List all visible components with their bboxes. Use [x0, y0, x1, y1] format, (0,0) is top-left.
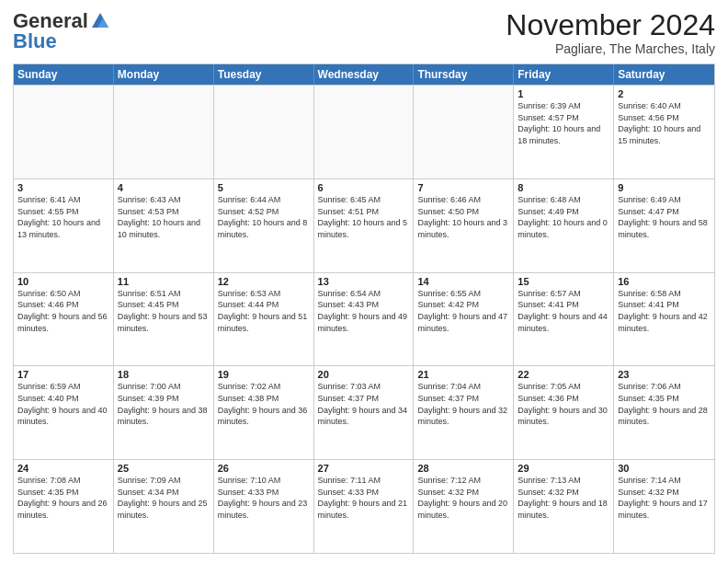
day-number: 6	[318, 182, 410, 193]
day-info: Sunrise: 6:57 AM Sunset: 4:41 PM Dayligh…	[518, 288, 609, 334]
calendar-cell: 21Sunrise: 7:04 AM Sunset: 4:37 PM Dayli…	[414, 366, 514, 459]
day-number: 10	[17, 276, 109, 287]
calendar-cell	[114, 86, 214, 178]
subtitle: Pagliare, The Marches, Italy	[506, 41, 715, 56]
calendar-cell: 4Sunrise: 6:43 AM Sunset: 4:53 PM Daylig…	[114, 179, 214, 272]
calendar-cell: 7Sunrise: 6:46 AM Sunset: 4:50 PM Daylig…	[414, 179, 514, 272]
day-info: Sunrise: 6:51 AM Sunset: 4:45 PM Dayligh…	[118, 288, 210, 334]
calendar-header-cell: Monday	[114, 64, 214, 85]
day-info: Sunrise: 6:55 AM Sunset: 4:42 PM Dayligh…	[417, 288, 509, 334]
calendar-cell: 8Sunrise: 6:48 AM Sunset: 4:49 PM Daylig…	[514, 179, 614, 272]
day-info: Sunrise: 6:39 AM Sunset: 4:57 PM Dayligh…	[518, 100, 609, 146]
calendar-body: 1Sunrise: 6:39 AM Sunset: 4:57 PM Daylig…	[14, 85, 714, 553]
calendar-header-cell: Thursday	[414, 64, 514, 85]
day-number: 17	[17, 369, 109, 380]
day-info: Sunrise: 6:58 AM Sunset: 4:41 PM Dayligh…	[618, 288, 711, 334]
day-info: Sunrise: 6:54 AM Sunset: 4:43 PM Dayligh…	[318, 288, 410, 334]
day-number: 9	[618, 182, 711, 193]
calendar-cell	[414, 86, 514, 178]
calendar-cell: 3Sunrise: 6:41 AM Sunset: 4:55 PM Daylig…	[14, 179, 114, 272]
day-info: Sunrise: 7:00 AM Sunset: 4:39 PM Dayligh…	[118, 381, 210, 427]
calendar-row: 10Sunrise: 6:50 AM Sunset: 4:46 PM Dayli…	[14, 272, 714, 366]
day-number: 25	[118, 463, 210, 474]
logo: General Blue	[13, 9, 110, 53]
calendar-cell: 23Sunrise: 7:06 AM Sunset: 4:35 PM Dayli…	[614, 366, 714, 459]
calendar-cell: 10Sunrise: 6:50 AM Sunset: 4:46 PM Dayli…	[14, 273, 114, 366]
day-number: 13	[318, 276, 410, 287]
calendar-cell: 20Sunrise: 7:03 AM Sunset: 4:37 PM Dayli…	[314, 366, 415, 459]
calendar-cell: 27Sunrise: 7:11 AM Sunset: 4:33 PM Dayli…	[314, 460, 415, 553]
day-info: Sunrise: 7:09 AM Sunset: 4:34 PM Dayligh…	[118, 475, 210, 521]
day-number: 21	[417, 369, 509, 380]
calendar-cell: 9Sunrise: 6:49 AM Sunset: 4:47 PM Daylig…	[614, 179, 714, 272]
calendar-header-cell: Sunday	[14, 64, 114, 85]
day-info: Sunrise: 6:50 AM Sunset: 4:46 PM Dayligh…	[17, 288, 109, 334]
calendar-cell: 5Sunrise: 6:44 AM Sunset: 4:52 PM Daylig…	[214, 179, 314, 272]
calendar-row: 17Sunrise: 6:59 AM Sunset: 4:40 PM Dayli…	[14, 365, 714, 459]
day-info: Sunrise: 7:02 AM Sunset: 4:38 PM Dayligh…	[218, 381, 310, 427]
logo-icon	[90, 11, 110, 31]
day-number: 5	[218, 182, 310, 193]
calendar-cell: 28Sunrise: 7:12 AM Sunset: 4:32 PM Dayli…	[414, 460, 514, 553]
day-info: Sunrise: 7:14 AM Sunset: 4:32 PM Dayligh…	[618, 475, 711, 521]
day-info: Sunrise: 7:08 AM Sunset: 4:35 PM Dayligh…	[17, 475, 109, 521]
day-number: 18	[118, 369, 210, 380]
calendar-cell: 26Sunrise: 7:10 AM Sunset: 4:33 PM Dayli…	[214, 460, 314, 553]
calendar: SundayMondayTuesdayWednesdayThursdayFrid…	[13, 63, 715, 554]
day-info: Sunrise: 7:04 AM Sunset: 4:37 PM Dayligh…	[417, 381, 509, 427]
day-number: 29	[518, 463, 609, 474]
calendar-cell	[214, 86, 314, 178]
day-number: 14	[417, 276, 509, 287]
day-info: Sunrise: 6:43 AM Sunset: 4:53 PM Dayligh…	[118, 194, 210, 240]
calendar-cell: 13Sunrise: 6:54 AM Sunset: 4:43 PM Dayli…	[314, 273, 415, 366]
day-info: Sunrise: 7:11 AM Sunset: 4:33 PM Dayligh…	[318, 475, 410, 521]
calendar-cell: 29Sunrise: 7:13 AM Sunset: 4:32 PM Dayli…	[514, 460, 614, 553]
day-info: Sunrise: 6:40 AM Sunset: 4:56 PM Dayligh…	[618, 100, 711, 146]
calendar-header-cell: Friday	[514, 64, 614, 85]
day-info: Sunrise: 7:13 AM Sunset: 4:32 PM Dayligh…	[518, 475, 609, 521]
day-number: 23	[618, 369, 711, 380]
day-info: Sunrise: 6:49 AM Sunset: 4:47 PM Dayligh…	[618, 194, 711, 240]
calendar-cell: 14Sunrise: 6:55 AM Sunset: 4:42 PM Dayli…	[414, 273, 514, 366]
day-number: 28	[417, 463, 509, 474]
calendar-cell: 6Sunrise: 6:45 AM Sunset: 4:51 PM Daylig…	[314, 179, 415, 272]
day-number: 24	[17, 463, 109, 474]
day-number: 27	[318, 463, 410, 474]
day-info: Sunrise: 6:59 AM Sunset: 4:40 PM Dayligh…	[17, 381, 109, 427]
day-number: 3	[17, 182, 109, 193]
day-info: Sunrise: 6:44 AM Sunset: 4:52 PM Dayligh…	[218, 194, 310, 240]
calendar-cell: 2Sunrise: 6:40 AM Sunset: 4:56 PM Daylig…	[614, 86, 714, 178]
day-number: 30	[618, 463, 711, 474]
day-number: 26	[218, 463, 310, 474]
calendar-cell: 25Sunrise: 7:09 AM Sunset: 4:34 PM Dayli…	[114, 460, 214, 553]
day-number: 1	[518, 88, 609, 99]
day-info: Sunrise: 6:41 AM Sunset: 4:55 PM Dayligh…	[17, 194, 109, 240]
calendar-cell	[14, 86, 114, 178]
day-number: 11	[118, 276, 210, 287]
day-info: Sunrise: 7:06 AM Sunset: 4:35 PM Dayligh…	[618, 381, 711, 427]
calendar-cell: 12Sunrise: 6:53 AM Sunset: 4:44 PM Dayli…	[214, 273, 314, 366]
day-number: 22	[518, 369, 609, 380]
day-number: 20	[318, 369, 410, 380]
day-info: Sunrise: 7:03 AM Sunset: 4:37 PM Dayligh…	[318, 381, 410, 427]
calendar-cell: 18Sunrise: 7:00 AM Sunset: 4:39 PM Dayli…	[114, 366, 214, 459]
calendar-header-cell: Tuesday	[214, 64, 314, 85]
day-info: Sunrise: 6:45 AM Sunset: 4:51 PM Dayligh…	[318, 194, 410, 240]
day-info: Sunrise: 7:10 AM Sunset: 4:33 PM Dayligh…	[218, 475, 310, 521]
calendar-header-cell: Saturday	[614, 64, 714, 85]
calendar-cell: 17Sunrise: 6:59 AM Sunset: 4:40 PM Dayli…	[14, 366, 114, 459]
calendar-header-cell: Wednesday	[314, 64, 415, 85]
calendar-cell: 30Sunrise: 7:14 AM Sunset: 4:32 PM Dayli…	[614, 460, 714, 553]
calendar-cell: 19Sunrise: 7:02 AM Sunset: 4:38 PM Dayli…	[214, 366, 314, 459]
day-info: Sunrise: 7:05 AM Sunset: 4:36 PM Dayligh…	[518, 381, 609, 427]
calendar-cell: 22Sunrise: 7:05 AM Sunset: 4:36 PM Dayli…	[514, 366, 614, 459]
title-block: November 2024 Pagliare, The Marches, Ita…	[506, 9, 715, 56]
logo-blue: Blue	[13, 29, 57, 53]
day-info: Sunrise: 6:46 AM Sunset: 4:50 PM Dayligh…	[417, 194, 509, 240]
day-number: 7	[417, 182, 509, 193]
calendar-cell: 1Sunrise: 6:39 AM Sunset: 4:57 PM Daylig…	[514, 86, 614, 178]
calendar-cell	[314, 86, 415, 178]
day-number: 16	[618, 276, 711, 287]
month-title: November 2024	[506, 9, 715, 41]
day-number: 8	[518, 182, 609, 193]
